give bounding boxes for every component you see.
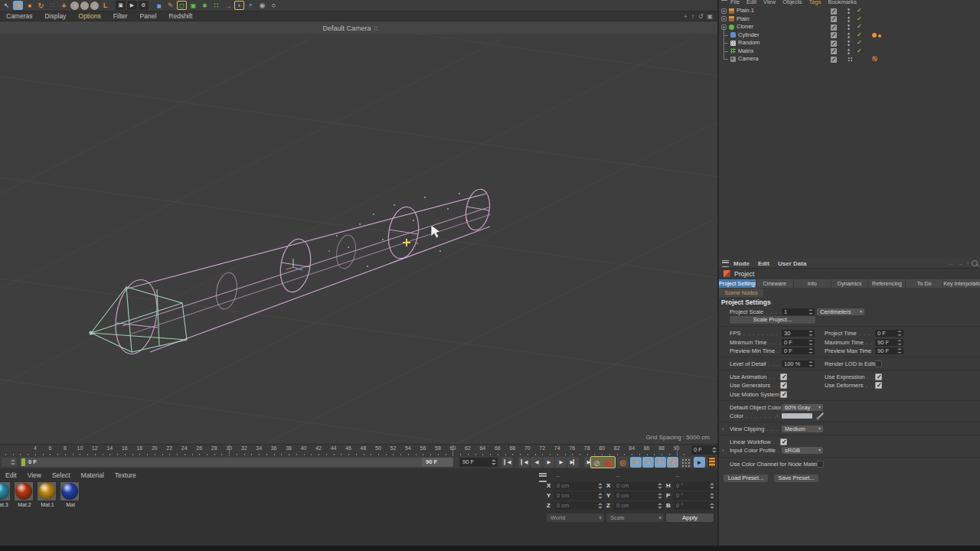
viewport[interactable]: Default Camera Grid Spacing : 5000 cm	[0, 21, 717, 444]
tab-to-do[interactable]: To Do	[906, 279, 942, 288]
coordinate-value-field[interactable]: 0 cm	[614, 482, 664, 490]
object-row[interactable]: Camera	[719, 55, 980, 64]
x-axis-lock-icon[interactable]: X	[70, 2, 79, 10]
attribute-object-row[interactable]: Project	[719, 269, 980, 279]
material-menu-edit[interactable]: Edit	[5, 471, 17, 480]
subdivision-surface-icon[interactable]: ◻	[177, 1, 187, 10]
material-thumbnail[interactable]	[0, 481, 11, 501]
live-selection-tool-icon[interactable]: ↖	[2, 1, 11, 10]
coordinate-menu-icon[interactable]	[539, 473, 547, 482]
enabled-check-icon[interactable]: ✓	[857, 31, 862, 39]
use-motion-system-checkbox[interactable]	[780, 391, 787, 398]
project-scale-field[interactable]: 1	[782, 308, 815, 315]
object-row[interactable]: Cylinder✓	[719, 31, 980, 40]
object-row[interactable]: Matrix✓	[719, 47, 980, 56]
keyframe-selection-button[interactable]: ◎	[617, 457, 629, 468]
search-icon[interactable]	[972, 260, 978, 266]
object-row[interactable]: +Plain✓	[719, 15, 980, 24]
spinner-arrows-icon[interactable]	[897, 340, 902, 345]
material-thumbnail[interactable]	[14, 481, 34, 501]
scale-project-button[interactable]: Scale Project...	[730, 316, 815, 324]
viewport-menu-redshift[interactable]: Redshift	[168, 12, 192, 20]
am-menu-edit[interactable]: Edit	[758, 260, 769, 267]
om-menu-bookmarks[interactable]: Bookmarks	[828, 0, 857, 5]
viewport-menu-cameras[interactable]: Cameras	[6, 12, 32, 20]
material-menu-material[interactable]: Material	[81, 471, 104, 480]
material-item[interactable]: Mat	[60, 481, 81, 512]
color-expand-marker[interactable]: ›	[776, 412, 778, 420]
input-color-profile-dropdown[interactable]: sRGB	[782, 447, 823, 454]
record-parameter-button[interactable]: P	[667, 457, 678, 468]
material-menu-texture[interactable]: Texture	[115, 471, 136, 480]
layer-toggle-icon[interactable]	[831, 48, 837, 54]
preview-range-slider[interactable]: 0 F 90 F	[20, 458, 453, 467]
enabled-check-icon[interactable]: ✓	[857, 7, 862, 15]
filmstrip-button[interactable]	[706, 457, 717, 468]
layer-toggle-icon[interactable]	[831, 57, 837, 63]
om-menu-file[interactable]: File	[730, 0, 740, 5]
input-color-profile-expander[interactable]: ›	[722, 446, 724, 455]
rotate-tool-icon[interactable]: ↻	[36, 1, 46, 10]
am-menu-mode[interactable]: Mode	[733, 260, 750, 267]
spinner-arrows-icon[interactable]	[492, 459, 496, 465]
default-object-color-dropdown[interactable]: 60% Gray	[782, 404, 823, 411]
goto-start-button[interactable]: ▎◀	[501, 457, 513, 468]
render-lod-checkbox[interactable]	[875, 360, 882, 367]
layer-toggle-icon[interactable]	[831, 24, 837, 31]
spinner-arrows-icon[interactable]	[710, 503, 714, 509]
y-axis-lock-icon[interactable]: Y	[80, 2, 89, 10]
spinner-arrows-icon[interactable]	[658, 493, 662, 499]
spinner-arrows-icon[interactable]	[897, 331, 902, 336]
record-pla-button[interactable]	[680, 457, 691, 468]
object-row[interactable]: Random✓	[719, 39, 980, 47]
load-preset-button[interactable]: Load Preset...	[724, 474, 768, 482]
camera-tool-icon[interactable]: ◉	[257, 1, 267, 10]
array-icon[interactable]: ∗	[200, 1, 210, 10]
om-menu-edit[interactable]: Edit	[746, 0, 756, 5]
object-name[interactable]: Matrix	[738, 47, 753, 56]
spinner-arrows-icon[interactable]	[808, 348, 813, 354]
object-name[interactable]: Cylinder	[738, 31, 760, 40]
range-end-handle[interactable]: 90 F	[422, 458, 453, 467]
material-item[interactable]: Mat.1	[37, 481, 58, 512]
tag-icon[interactable]	[878, 34, 881, 37]
mode-dropdown[interactable]: Scale	[606, 514, 664, 522]
om-menu-tags[interactable]: Tags	[809, 0, 822, 5]
history-arrow-icon[interactable]: ←	[948, 260, 954, 267]
coordinate-value-field[interactable]: 0 cm	[554, 482, 604, 490]
view-clipping-expander[interactable]: ›	[722, 425, 724, 433]
enabled-check-icon[interactable]: ✓	[857, 23, 862, 31]
visibility-dots-icon[interactable]	[848, 40, 850, 47]
layer-toggle-icon[interactable]	[831, 32, 837, 38]
project-scale-unit-dropdown[interactable]: Centimeters	[817, 308, 864, 315]
space-dropdown[interactable]: World	[547, 514, 604, 522]
tab-referencing[interactable]: Referencing	[868, 279, 905, 288]
environment-icon[interactable]: ◗	[234, 1, 244, 10]
material-item[interactable]: Mat.2	[14, 481, 35, 512]
layer-toggle-icon[interactable]	[831, 8, 837, 15]
enabled-check-icon[interactable]: ✓	[857, 39, 862, 47]
visibility-dots-icon[interactable]	[848, 48, 850, 55]
coordinate-system-icon[interactable]: L	[100, 1, 110, 10]
enabled-check-icon[interactable]: ✓	[857, 15, 862, 23]
spinner-arrows-icon[interactable]	[658, 503, 662, 509]
history-arrow-icon[interactable]: ↑	[966, 260, 969, 267]
next-key-button[interactable]: ▶▎	[567, 457, 579, 468]
eyedropper-icon[interactable]	[818, 412, 824, 419]
project-time-field[interactable]: 0 F	[875, 330, 903, 337]
use-expression-checkbox[interactable]	[875, 373, 882, 380]
layer-toggle-icon[interactable]	[831, 16, 837, 22]
last-used-tool-icon[interactable]: ∷	[47, 1, 57, 10]
use-generators-checkbox[interactable]	[780, 382, 787, 389]
tab-dynamics[interactable]: Dynamics	[831, 279, 868, 288]
om-menu-view[interactable]: View	[763, 0, 776, 5]
zoom-view-icon[interactable]: ↕	[691, 13, 694, 20]
material-menu-select[interactable]: Select	[52, 471, 70, 480]
previous-key-button[interactable]: ▎◀	[518, 457, 530, 468]
deformer-icon[interactable]: →	[223, 1, 233, 10]
om-menu-objects[interactable]: Objects	[782, 0, 802, 5]
material-item[interactable]: Mat.3	[0, 481, 12, 512]
layer-toggle-icon[interactable]	[831, 41, 837, 47]
spinner-arrows-icon[interactable]	[808, 340, 813, 345]
spinner-arrows-icon[interactable]	[598, 493, 603, 499]
